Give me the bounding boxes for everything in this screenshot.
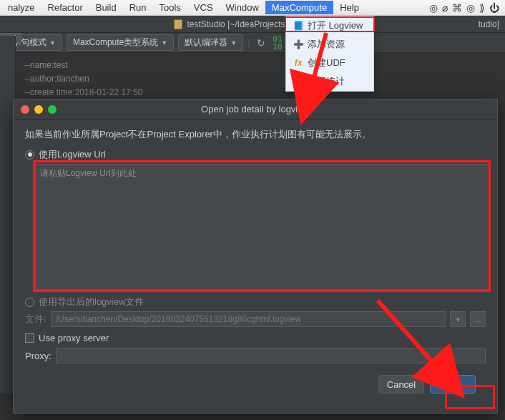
cancel-button[interactable]: Cancel [378, 375, 424, 394]
maxcompute-dropdown: 📘打开 Logview ➕添加资源 fx创建UDF 📊使用统计 [285, 16, 374, 92]
project-name: testStudio [187, 19, 225, 29]
tray-icon[interactable]: ⟫ [479, 2, 485, 14]
file-history-button[interactable]: ▾ [450, 311, 466, 327]
menu-vcs[interactable]: VCS [187, 1, 220, 14]
tray-icon[interactable]: ⏻ [489, 2, 499, 14]
dd-create-udf[interactable]: fx创建UDF [286, 54, 373, 72]
menu-help[interactable]: Help [333, 1, 366, 14]
ide-titlebar: testStudio [~/IdeaProjects/testStudio] -… [0, 16, 505, 33]
checkbox-icon [25, 333, 34, 343]
minimize-icon[interactable] [34, 105, 43, 114]
radio1-label: 使用Logview Url [39, 148, 106, 161]
close-icon[interactable] [21, 105, 29, 114]
tray-icon[interactable]: ◎ [466, 2, 475, 14]
window-traffic-lights [21, 105, 57, 114]
type-system-dropdown[interactable]: MaxCompute类型系统▼ [67, 34, 174, 51]
menu-window[interactable]: Window [220, 1, 265, 14]
menu-tools[interactable]: Tools [153, 1, 187, 14]
dialog-title: Open job detail by logview [14, 104, 497, 114]
use-proxy-checkbox-row[interactable]: Use proxy server [25, 333, 486, 343]
ide-toolbar: 单句模式▼ MaxCompute类型系统▼ 默认编译器▼ | ↻ 01 10 1… [0, 33, 505, 53]
radio2-label: 使用导出后的logview文件 [39, 296, 144, 308]
menu-run[interactable]: Run [123, 1, 153, 14]
tray-icon[interactable]: ⌘ [452, 2, 462, 14]
zoom-icon[interactable] [48, 105, 57, 114]
title-right-fragment: tudio] [479, 19, 499, 29]
menu-refactor[interactable]: Refactor [41, 1, 89, 14]
radio-use-logview-url[interactable]: 使用Logview Url [25, 148, 486, 161]
radio-use-logview-file[interactable]: 使用导出后的logview文件 [25, 296, 486, 308]
radio-icon [25, 150, 34, 160]
dialog-note: 如果当前作业所属Project不在Project Explorer中，作业执行计… [25, 128, 486, 141]
menu-maxcompute[interactable]: MaxCompute [265, 1, 333, 14]
mac-menubar: nalyze Refactor Build Run Tools VCS Wind… [0, 0, 505, 16]
editor-line: --create time:2018-01-22 17:50 [24, 86, 496, 99]
refresh-icon[interactable]: ↻ [254, 37, 268, 49]
dialog-titlebar[interactable]: Open job detail by logview [14, 99, 497, 119]
file-icon [174, 19, 182, 29]
chart-icon: 📊 [293, 77, 303, 87]
editor-line: --name:test [24, 59, 496, 72]
proxy-input[interactable] [56, 348, 486, 363]
menu-analyze[interactable]: nalyze [1, 1, 41, 14]
tray-icon[interactable]: ◎ [429, 2, 438, 14]
plus-icon: ➕ [293, 39, 303, 49]
proxy-label: Proxy: [25, 351, 52, 361]
compiler-dropdown[interactable]: 默认编译器▼ [178, 34, 243, 51]
menu-build[interactable]: Build [89, 1, 123, 14]
tray-icon[interactable]: ⌀ [442, 2, 448, 14]
dd-add-resource[interactable]: ➕添加资源 [286, 35, 373, 54]
textarea-placeholder: 请粘贴Logview Url到此处 [40, 168, 137, 178]
file-label: 文件: [25, 313, 46, 326]
ok-button[interactable]: OK [430, 375, 476, 394]
radio-icon [25, 298, 34, 307]
file-path-input[interactable]: /Users/tianchen/Desktop/2018032407551321… [51, 311, 446, 327]
editor-line: --author:tianchen [24, 72, 496, 86]
open-job-dialog: Open job detail by logview 如果当前作业所属Proje… [13, 99, 498, 414]
browse-button[interactable]: … [470, 311, 486, 327]
logview-url-textarea[interactable]: 请粘贴Logview Url到此处 [35, 164, 490, 290]
dd-usage-stats[interactable]: 📊使用统计 [286, 72, 373, 91]
menubar-tray: ◎ ⌀ ⌘ ◎ ⟫ ⏻ [429, 2, 504, 14]
use-proxy-label: Use proxy server [39, 333, 109, 343]
dd-open-logview[interactable]: 📘打开 Logview [286, 16, 373, 35]
book-icon: 📘 [293, 21, 303, 31]
fx-icon: fx [293, 58, 303, 68]
